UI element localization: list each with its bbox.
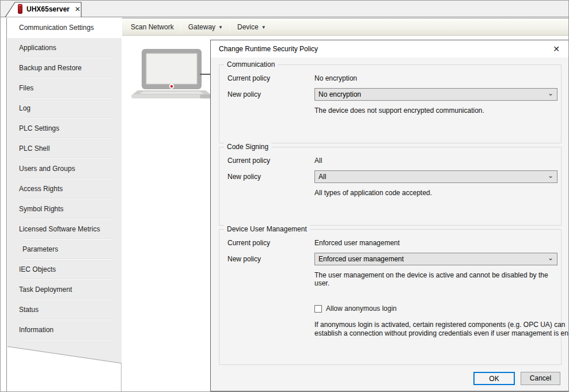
sidebar-item[interactable]: PLC Shell xyxy=(7,139,122,159)
dialog-titlebar: Change Runtime Security Policy ✕ xyxy=(211,40,569,58)
sidebar-item[interactable]: Access Rights xyxy=(7,179,122,199)
device-user-management-group: Device User Management Current policy En… xyxy=(219,229,562,365)
user-management-new-policy-select[interactable]: Enforced user management ⌄ xyxy=(314,253,557,265)
device-editor-sidebar: Communication Settings Applications Back… xyxy=(6,18,122,392)
toolbar-separator xyxy=(230,21,230,33)
code-signing-group: Code Signing Current policy All New poli… xyxy=(219,147,562,226)
device-user-management-group-legend: Device User Management xyxy=(224,225,310,233)
sidebar-item[interactable]: Licensed Software Metrics xyxy=(7,219,122,239)
communication-group-legend: Communication xyxy=(224,60,278,68)
device-laptop-image xyxy=(131,49,211,100)
current-policy-label: Current policy xyxy=(227,157,270,165)
gateway-dropdown-button[interactable]: Gateway ▼ xyxy=(183,21,229,33)
code-signing-new-policy-selected: All xyxy=(318,173,548,181)
device-label: Device xyxy=(237,23,259,31)
code-signing-help-text: All types of application code accepted. xyxy=(314,189,432,197)
user-management-new-policy-selected: Enforced user management xyxy=(318,255,548,263)
toolbar-separator xyxy=(181,21,181,33)
sidebar-item[interactable]: Users and Groups xyxy=(7,159,122,179)
connection-line xyxy=(200,74,211,75)
change-runtime-security-policy-dialog: Change Runtime Security Policy ✕ Communi… xyxy=(210,40,569,391)
sidebar-nav: Communication Settings Applications Back… xyxy=(7,18,122,340)
tab-close-icon[interactable]: ✕ xyxy=(75,5,81,13)
new-policy-label: New policy xyxy=(227,255,261,263)
sidebar-item[interactable]: Parameters xyxy=(7,239,122,260)
scan-network-label: Scan Network xyxy=(131,23,174,31)
document-tab-bar: UHX65server ✕ xyxy=(1,1,569,17)
chevron-down-icon: ⌄ xyxy=(548,90,553,98)
allow-anonymous-login-label: Allow anonymous login xyxy=(326,305,397,313)
sidebar-item[interactable]: Communication Settings xyxy=(7,18,122,38)
device-dropdown-button[interactable]: Device ▼ xyxy=(232,21,272,33)
gateway-label: Gateway xyxy=(188,23,215,31)
dialog-close-icon[interactable]: ✕ xyxy=(553,44,560,54)
communication-group: Communication Current policy No encrypti… xyxy=(219,64,562,143)
sidebar-item[interactable]: IEC Objects xyxy=(7,260,122,280)
cancel-button[interactable]: Cancel xyxy=(521,372,560,385)
user-management-current-policy-value: Enforced user management xyxy=(314,239,400,247)
new-policy-label: New policy xyxy=(227,90,261,98)
sidebar-item[interactable]: Applications xyxy=(7,38,122,58)
ok-button[interactable]: OK xyxy=(473,372,515,385)
new-policy-label: New policy xyxy=(227,173,261,181)
code-signing-current-policy-value: All xyxy=(314,157,322,165)
user-management-help-text: The user management on the device is act… xyxy=(314,271,561,287)
anonymous-login-help-text: If anonymous login is activated, certain… xyxy=(314,321,569,338)
sidebar-item[interactable]: PLC Settings xyxy=(7,119,122,139)
sidebar-item[interactable]: Symbol Rights xyxy=(7,199,122,219)
application-window: UHX65server ✕ Scan Network Gateway ▼ Dev… xyxy=(0,0,569,392)
sidebar-item[interactable]: Files xyxy=(7,78,122,98)
sidebar-item[interactable]: Status xyxy=(7,300,122,320)
communication-new-policy-select[interactable]: No encryption ⌄ xyxy=(314,88,557,101)
dropdown-arrow-icon: ▼ xyxy=(218,24,223,30)
dialog-title: Change Runtime Security Policy xyxy=(219,45,553,53)
sidebar-item[interactable]: Information xyxy=(7,320,122,340)
device-toolbar: Scan Network Gateway ▼ Device ▼ xyxy=(122,18,569,36)
device-tab[interactable]: UHX65server ✕ xyxy=(4,2,82,17)
communication-help-text: The device does not support encrypted co… xyxy=(314,106,484,115)
dropdown-arrow-icon: ▼ xyxy=(261,24,266,30)
communication-current-policy-value: No encryption xyxy=(314,74,357,82)
chevron-down-icon: ⌄ xyxy=(548,173,553,181)
sidebar-bottom-slant xyxy=(7,340,122,366)
scan-network-button[interactable]: Scan Network xyxy=(125,21,180,33)
device-icon xyxy=(18,4,22,14)
current-policy-label: Current policy xyxy=(227,239,270,247)
communication-new-policy-selected: No encryption xyxy=(318,90,548,98)
code-signing-group-legend: Code Signing xyxy=(224,143,271,151)
current-policy-label: Current policy xyxy=(227,74,270,82)
sidebar-item[interactable]: Log xyxy=(7,98,122,119)
sidebar-item[interactable]: Task Deployment xyxy=(7,280,122,300)
code-signing-new-policy-select[interactable]: All ⌄ xyxy=(314,170,557,183)
tab-title: UHX65server xyxy=(26,5,70,13)
chevron-down-icon: ⌄ xyxy=(548,255,553,263)
allow-anonymous-login-checkbox[interactable] xyxy=(314,305,322,313)
sidebar-item[interactable]: Backup and Restore xyxy=(7,58,122,78)
